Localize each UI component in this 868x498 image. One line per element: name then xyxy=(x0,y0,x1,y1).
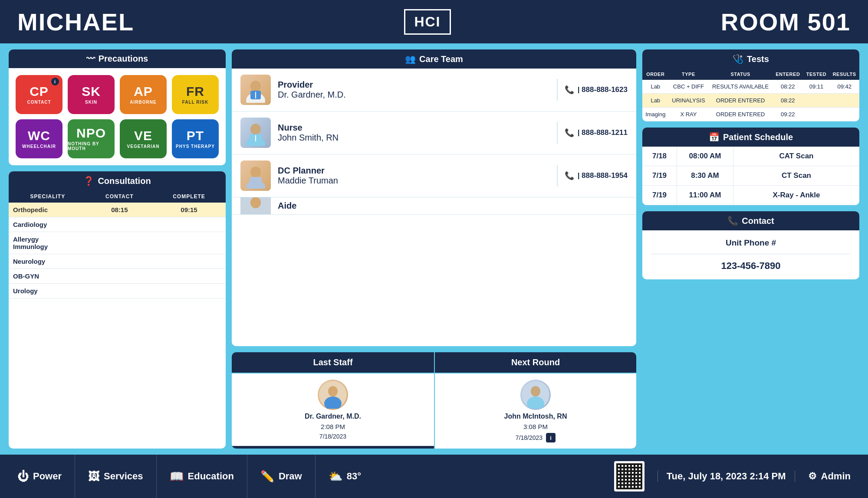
precaution-cp[interactable]: i CP CONTACT xyxy=(16,75,62,114)
care-team-list: Provider Dr. Gardner, M.D. 📞 | 888-888-1… xyxy=(232,69,636,215)
planner-info: DC Planner Maddie Truman xyxy=(278,166,550,186)
precautions-panel: 〰 Precautions i CP CONTACT SK Skin AP AI… xyxy=(9,49,226,165)
last-staff-section: Last Staff Dr. Gardner, M.D. 2:08 PM 7/1… xyxy=(232,352,434,449)
table-row: Urology xyxy=(9,284,226,298)
next-round-date: 7/18/2023 xyxy=(516,434,542,441)
info-button[interactable]: i xyxy=(546,433,556,442)
col-tested: TESTED xyxy=(803,69,830,80)
table-row: Lab URINALYSIS ORDER ENTERED 08:22 xyxy=(642,94,859,108)
svg-point-0 xyxy=(250,81,261,92)
last-staff-date: 7/18/2023 xyxy=(319,433,346,440)
svg-point-17 xyxy=(531,386,540,396)
weather-display: ⛅ 83° xyxy=(316,455,374,498)
footer-right: Tue, July 18, 2023 2:14 PM ⚙ Admin xyxy=(614,461,851,491)
contact-phone: 123-456-7890 xyxy=(651,260,851,272)
logo: HCI xyxy=(404,9,450,35)
precaution-sk[interactable]: SK Skin xyxy=(68,75,115,114)
care-team-nurse: Nurse John Smith, RN 📞 | 888-888-1211 xyxy=(232,111,636,154)
footer: ⏻ Power 🖼 Services 📖 Education ✏️ Draw ⛅… xyxy=(0,455,868,498)
svg-point-9 xyxy=(250,167,261,178)
precautions-header: 〰 Precautions xyxy=(9,49,226,68)
center-column: 👥 Care Team P xyxy=(232,49,636,449)
main-area: 〰 Precautions i CP CONTACT SK Skin AP AI… xyxy=(0,43,868,455)
svg-point-5 xyxy=(250,124,261,135)
provider-info: Provider Dr. Gardner, M.D. xyxy=(278,80,550,100)
care-team-planner: DC Planner Maddie Truman 📞 | 888-888-195… xyxy=(232,154,636,197)
next-round-photo xyxy=(520,380,551,410)
admin-button[interactable]: ⚙ Admin xyxy=(808,471,851,482)
care-team-aide: Aide xyxy=(232,197,636,215)
next-round-section: Next Round John McIntosh, RN 3:08 PM xyxy=(434,352,636,449)
aide-photo xyxy=(240,197,271,215)
consultation-header: ❓ Consultation xyxy=(9,171,226,190)
col-status: STATUS xyxy=(708,69,773,80)
draw-button[interactable]: ✏️ Draw xyxy=(247,455,316,498)
schedule-row: 7/19 11:00 AM X-Ray - Ankle xyxy=(642,186,859,205)
phone-icon: 📞 xyxy=(565,85,574,95)
services-icon: 🖼 xyxy=(88,470,99,483)
tests-icon: 🩺 xyxy=(733,54,743,64)
last-staff-time: 2:08 PM xyxy=(321,423,345,430)
precaution-fr[interactable]: FR FALL RISK xyxy=(172,75,219,114)
precaution-ap[interactable]: AP AIRBORNE xyxy=(120,75,167,114)
col-order: ORDER xyxy=(642,69,669,80)
power-button[interactable]: ⏻ Power xyxy=(17,455,75,498)
precautions-icon: 〰 xyxy=(86,54,95,64)
right-column: 🩺 Tests ORDER TYPE STATUS ENTERED TESTED… xyxy=(642,49,859,449)
schedule-row: 7/19 8:30 AM CT Scan xyxy=(642,166,859,186)
schedule-header: 📅 Patient Schedule xyxy=(642,128,859,147)
precaution-ve[interactable]: VE VEGETARIAN xyxy=(120,119,167,158)
next-round-header: Next Round xyxy=(435,352,636,374)
table-row: Neurology xyxy=(9,254,226,269)
phone-icon: 📞 xyxy=(565,128,574,138)
education-button[interactable]: 📖 Education xyxy=(157,455,247,498)
power-icon: ⏻ xyxy=(17,470,29,483)
precaution-wc[interactable]: WC WHEELCHAIR xyxy=(16,119,62,158)
contact-label: Unit Phone # xyxy=(651,238,851,248)
education-icon: 📖 xyxy=(170,470,184,483)
header: MICHAEL HCI ROOM 501 xyxy=(0,0,868,43)
svg-point-4 xyxy=(250,94,254,98)
precaution-npo[interactable]: NPO Nothing by mouth xyxy=(68,119,115,158)
contact-header: 📞 Contact xyxy=(642,211,859,230)
precautions-grid: i CP CONTACT SK Skin AP AIRBORNE FR FALL… xyxy=(9,68,226,165)
staff-round-grid: Last Staff Dr. Gardner, M.D. 2:08 PM 7/1… xyxy=(232,352,636,449)
care-team-icon: 👥 xyxy=(405,54,416,64)
last-staff-photo xyxy=(318,380,348,410)
precaution-pt[interactable]: PT PHYS THERAPY xyxy=(172,119,219,158)
schedule-icon: 📅 xyxy=(709,132,720,142)
schedule-list: 7/18 08:00 AM CAT Scan 7/19 8:30 AM CT S… xyxy=(642,147,859,205)
care-team-header: 👥 Care Team xyxy=(232,49,636,69)
nurse-photo xyxy=(240,118,271,148)
svg-point-12 xyxy=(250,197,261,208)
provider-photo xyxy=(240,75,271,105)
care-team-panel: 👥 Care Team P xyxy=(232,49,636,346)
table-row: Orthopedic 08:15 09:15 xyxy=(9,203,226,217)
services-button[interactable]: 🖼 Services xyxy=(75,455,157,498)
last-staff-name: Dr. Gardner, M.D. xyxy=(305,413,361,420)
schedule-row: 7/18 08:00 AM CAT Scan xyxy=(642,147,859,166)
contact-body: Unit Phone # 123-456-7890 xyxy=(642,230,859,279)
col-results: RESULTS xyxy=(829,69,859,80)
draw-icon: ✏️ xyxy=(260,470,274,483)
col-contact: CONTACT xyxy=(87,190,152,203)
col-entered: ENTERED xyxy=(773,69,803,80)
consultation-table: SPECIALITY CONTACT COMPLETE Orthopedic 0… xyxy=(9,190,226,298)
next-round-time: 3:08 PM xyxy=(523,423,548,430)
phone-icon: 📞 xyxy=(565,171,574,180)
info-dot: i xyxy=(51,78,59,85)
divider xyxy=(651,254,851,254)
schedule-panel: 📅 Patient Schedule 7/18 08:00 AM CAT Sca… xyxy=(642,128,859,205)
table-row: AllerygyImmunlogy xyxy=(9,232,226,254)
left-column: 〰 Precautions i CP CONTACT SK Skin AP AI… xyxy=(9,49,226,449)
qr-inner xyxy=(616,463,642,489)
table-row: OB-GYN xyxy=(9,269,226,284)
weather-icon: ⛅ xyxy=(329,470,342,483)
room-number: ROOM 501 xyxy=(721,8,851,36)
consultation-panel: ❓ Consultation SPECIALITY CONTACT COMPLE… xyxy=(9,171,226,449)
planner-phone: 📞 | 888-888-1954 xyxy=(565,171,628,180)
divider xyxy=(557,165,558,187)
care-team-provider: Provider Dr. Gardner, M.D. 📞 | 888-888-1… xyxy=(232,69,636,111)
contact-panel: 📞 Contact Unit Phone # 123-456-7890 xyxy=(642,211,859,279)
planner-photo xyxy=(240,161,271,191)
